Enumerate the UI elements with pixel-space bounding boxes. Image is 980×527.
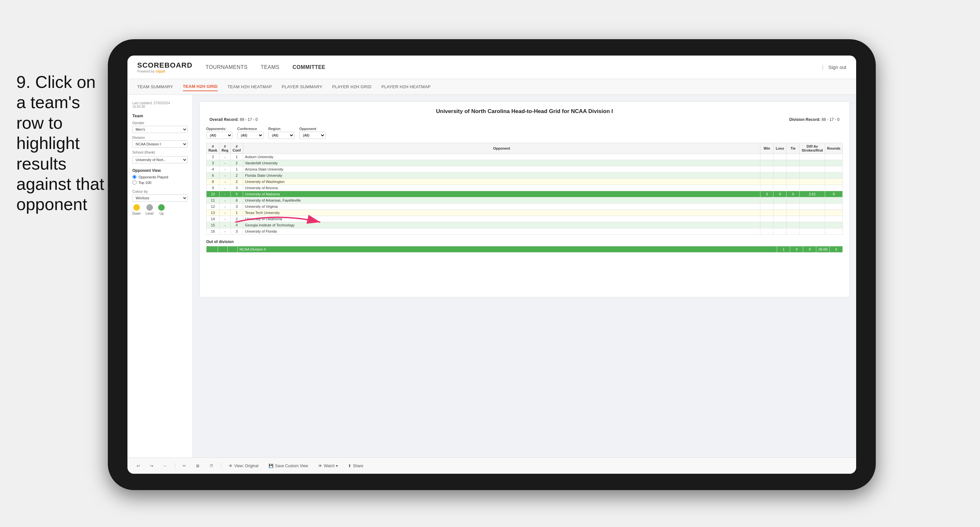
view-original-button[interactable]: 👁 View: Original (226, 462, 261, 470)
out-div-loss: 0 (790, 246, 803, 253)
nav-committee[interactable]: COMMITTEE (293, 63, 326, 72)
colour-down: Down (132, 204, 141, 215)
table-row[interactable]: 13-1Texas Tech University (207, 210, 843, 216)
school-label: School (Rank) (132, 150, 188, 154)
region-filter-select[interactable]: (All) (268, 132, 294, 139)
h2h-grid-table: # Rank # Reg # Conf Opponent Win Loss Ti… (206, 143, 843, 235)
table-row[interactable]: 11-6University of Arkansas, Fayetteville (207, 197, 843, 204)
opponent-filter-select[interactable]: (All) (299, 132, 326, 139)
out-div-rank (207, 246, 218, 253)
watch-button[interactable]: 👁 Watch ▾ (316, 462, 340, 470)
save-custom-icon: 💾 (269, 463, 274, 468)
nav-teams[interactable]: TEAMS (261, 63, 280, 72)
instruction-text: 9. Click on a team's row to highlight re… (16, 72, 108, 215)
filters-row: Opponents: (All) Conference (All) (206, 127, 843, 139)
colour-level: Level (146, 204, 154, 215)
redo-button[interactable]: ↪ (147, 462, 156, 470)
back-button[interactable]: ← (161, 462, 170, 470)
colour-dot-up (158, 204, 165, 211)
radio-top100[interactable]: Top 100 (132, 180, 188, 185)
filter-region: Region (All) (268, 127, 294, 139)
sign-out-button[interactable]: Sign out (828, 64, 846, 70)
colour-up: Up (158, 204, 165, 215)
share-label: Share (353, 463, 363, 468)
out-div-reg (218, 246, 228, 253)
filter-opponents: Opponents: (All) (206, 127, 232, 139)
subnav-team-h2h-heatmap[interactable]: TEAM H2H HEATMAP (228, 83, 272, 91)
division-select[interactable]: NCAA Division I (132, 140, 188, 148)
view-original-label: View: Original (234, 463, 258, 468)
gender-label: Gender (132, 121, 188, 125)
division-label: Division (132, 135, 188, 140)
save-custom-label: Save Custom View (275, 463, 308, 468)
table-row[interactable]: 6-2Florida State University (207, 172, 843, 179)
colour-dot-level (146, 204, 153, 211)
out-div-diff: 26.00 (816, 246, 830, 253)
opponents-filter-select[interactable]: (All) (206, 132, 232, 139)
sidebar: Last Updated: 27/03/2024 16:55:38 Team G… (127, 95, 193, 457)
nav-items: TOURNAMENTS TEAMS COMMITTEE (205, 63, 822, 72)
subnav-team-h2h-grid[interactable]: TEAM H2H GRID (183, 82, 218, 91)
colour-down-label: Down (132, 212, 141, 215)
table-row[interactable]: 2-1Auburn University (207, 154, 843, 160)
subnav-player-summary[interactable]: PLAYER SUMMARY (282, 83, 322, 91)
table-row[interactable]: 15-4Georgia Institute of Technology (207, 222, 843, 228)
toolbar-copy[interactable]: ⊞ (194, 462, 202, 470)
out-div-tie: 0 (803, 246, 816, 253)
col-rank: # Rank (207, 143, 220, 154)
col-loss: Loss (773, 143, 786, 154)
colour-by-section: Colour by Win/loss Down Level (132, 189, 188, 215)
filter-opponent: Opponent (All) (299, 127, 326, 139)
toolbar-scissors[interactable]: ✂ (180, 462, 189, 470)
school-select[interactable]: University of Nort... (132, 156, 188, 163)
col-conf: # Conf (231, 143, 243, 154)
filter-conference: Conference (All) (237, 127, 263, 139)
table-row[interactable]: 4-1Arizona State University (207, 166, 843, 172)
out-division-row[interactable]: NCAA Division II 1 0 0 26.00 3 (207, 246, 843, 253)
colour-level-label: Level (146, 212, 154, 215)
instruction-body: Click on a team's row to highlight resul… (16, 73, 104, 214)
sub-nav: TEAM SUMMARY TEAM H2H GRID TEAM H2H HEAT… (127, 79, 856, 95)
table-row[interactable]: 10-5University of Alabama3002.618 (207, 191, 843, 197)
subnav-player-h2h-grid[interactable]: PLAYER H2H GRID (332, 83, 372, 91)
overall-record: Overall Record: 89 - 17 - 0 (210, 117, 258, 122)
team-section-title: Team (132, 113, 188, 118)
nav-tournaments[interactable]: TOURNAMENTS (205, 63, 248, 72)
top-nav: SCOREBOARD Powered by clippd TOURNAMENTS… (127, 56, 856, 79)
bottom-toolbar: ↩ ↪ ← ✂ ⊞ ⏱ 👁 View: Original 💾 Save Cust… (127, 457, 856, 474)
col-diff: Diff Av Strokes/Rnd (800, 143, 825, 154)
report-title: University of North Carolina Head-to-Hea… (206, 108, 843, 115)
report-records: Overall Record: 89 - 17 - 0 Division Rec… (206, 117, 843, 122)
view-original-icon: 👁 (229, 463, 233, 468)
out-div-conf (228, 246, 237, 253)
table-row[interactable]: 9-3University of Arizona (207, 185, 843, 191)
undo-button[interactable]: ↩ (134, 462, 143, 470)
out-of-division-table: NCAA Division II 1 0 0 26.00 3 (206, 246, 843, 253)
gender-select[interactable]: Men's (132, 126, 188, 133)
toolbar-sep-2 (221, 463, 221, 469)
radio-opponents-played[interactable]: Opponents Played (132, 175, 188, 179)
colour-dot-down (133, 204, 140, 211)
sign-out-separator: | (822, 64, 824, 70)
table-row[interactable]: 12-3University of Virginia (207, 204, 843, 210)
out-of-division-header: Out of division (206, 239, 843, 244)
table-row[interactable]: 14-2University of Oklahoma (207, 216, 843, 222)
logo-powered: Powered by clippd (137, 70, 192, 73)
toolbar-clock[interactable]: ⏱ (207, 462, 216, 470)
col-reg: # Reg (219, 143, 231, 154)
share-button[interactable]: ⬆ Share (345, 462, 366, 470)
subnav-player-h2h-heatmap[interactable]: PLAYER H2H HEATMAP (381, 83, 431, 91)
save-custom-view-button[interactable]: 💾 Save Custom View (266, 462, 311, 470)
watch-icon: 👁 (318, 463, 322, 468)
division-record: Division Record: 88 - 17 - 0 (789, 117, 840, 122)
subnav-team-summary[interactable]: TEAM SUMMARY (137, 83, 173, 91)
table-row[interactable]: 16-3University of Florida (207, 228, 843, 235)
conference-filter-select[interactable]: (All) (237, 132, 263, 139)
colour-by-label: Colour by (132, 189, 188, 193)
last-updated: Last Updated: 27/03/2024 16:55:38 (132, 101, 188, 108)
table-row[interactable]: 8-2University of Washington (207, 179, 843, 185)
logo-area: SCOREBOARD Powered by clippd (137, 61, 192, 73)
colour-by-select[interactable]: Win/loss (132, 194, 188, 202)
out-div-rounds: 3 (830, 246, 843, 253)
table-row[interactable]: 3-2Vanderbilt University (207, 160, 843, 166)
